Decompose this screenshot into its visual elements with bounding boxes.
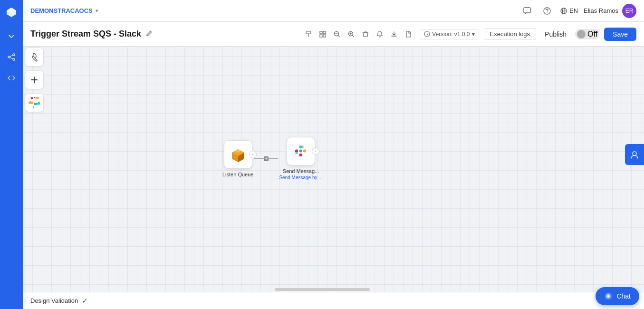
sidebar xyxy=(0,0,23,309)
svg-point-45 xyxy=(633,152,636,155)
svg-point-0 xyxy=(8,56,10,58)
toolbar-group-connectors xyxy=(302,28,415,41)
node-slack-label: Send Messag... xyxy=(283,168,319,174)
design-validation: Design Validation ✓ xyxy=(30,296,88,305)
svg-rect-37 xyxy=(299,150,302,153)
slack-btn[interactable] xyxy=(25,93,44,112)
toolbar-zoom-in-btn[interactable] xyxy=(345,28,358,41)
avatar: ER xyxy=(622,4,636,18)
node-slack-right-arrow[interactable]: › xyxy=(312,147,319,155)
language-label: EN xyxy=(569,7,578,14)
validation-check-icon: ✓ xyxy=(82,296,88,305)
version-selector[interactable]: Version: v1.0.0 ▾ xyxy=(420,29,479,39)
sidebar-nav-arrow[interactable] xyxy=(3,28,20,45)
workflow-title: Trigger Stream SQS - Slack xyxy=(30,29,141,39)
workflow-canvas: › Listen Queue xyxy=(23,47,644,309)
node-box-slack[interactable]: › xyxy=(287,137,315,165)
svg-point-7 xyxy=(547,12,547,13)
version-dropdown-icon: ▾ xyxy=(472,31,475,38)
node-slack-sublabel: Send Message by ... xyxy=(279,175,322,180)
publish-btn[interactable]: Publish xyxy=(541,29,570,40)
version-label: Version: v1.0.0 xyxy=(432,31,470,38)
language-selector[interactable]: EN xyxy=(560,7,578,15)
svg-rect-35 xyxy=(295,150,298,153)
brand-selector[interactable]: DEMONSTRACAOCS ▾ xyxy=(30,7,98,14)
user-name: Elias Ramos xyxy=(584,7,618,14)
sidebar-nav-workflow[interactable] xyxy=(3,48,20,66)
toolbar-zoom-out-btn[interactable] xyxy=(330,28,344,41)
svg-point-1 xyxy=(13,54,15,56)
svg-rect-41 xyxy=(302,145,304,148)
connector-1 xyxy=(254,156,278,161)
app-logo[interactable] xyxy=(4,5,19,20)
help-icon-btn[interactable] xyxy=(540,4,554,18)
connector-line-1 xyxy=(254,158,264,159)
svg-line-17 xyxy=(338,35,340,37)
design-validation-label: Design Validation xyxy=(30,297,78,304)
toolbar-notifications-btn[interactable] xyxy=(373,28,386,41)
toolbar-file-btn[interactable] xyxy=(402,28,415,41)
svg-line-3 xyxy=(10,55,13,57)
svg-rect-12 xyxy=(320,31,322,34)
node-box-sqs[interactable]: › xyxy=(224,140,252,169)
toolbar-grid-btn[interactable] xyxy=(316,28,329,41)
svg-point-44 xyxy=(608,296,609,297)
horizontal-scrollbar[interactable] xyxy=(275,288,370,291)
svg-rect-40 xyxy=(295,153,298,154)
svg-point-2 xyxy=(13,58,15,60)
user-menu[interactable]: Elias Ramos ER xyxy=(584,4,636,18)
svg-line-20 xyxy=(353,35,354,37)
svg-rect-15 xyxy=(323,35,326,37)
svg-point-6 xyxy=(544,8,550,14)
svg-rect-36 xyxy=(299,145,302,148)
save-btn[interactable]: Save xyxy=(604,28,636,41)
tools-panel-btn[interactable] xyxy=(25,48,44,67)
connector-line-2 xyxy=(269,158,278,159)
svg-rect-14 xyxy=(320,35,322,37)
svg-rect-13 xyxy=(323,31,326,34)
brand-dropdown-icon: ▾ xyxy=(96,8,98,13)
toggle-label: Off xyxy=(587,30,597,39)
chat-button[interactable]: Chat xyxy=(596,287,639,305)
execution-logs-btn[interactable]: Execution logs xyxy=(484,28,537,40)
top-header: DEMONSTRACAOCS ▾ EN Elias Ramos ER xyxy=(23,0,644,22)
add-node-btn[interactable] xyxy=(25,70,44,89)
right-chat-panel-btn[interactable] xyxy=(625,144,644,165)
workflow-area: › Listen Queue xyxy=(222,137,323,180)
node-listen-queue[interactable]: › Listen Queue xyxy=(222,140,253,177)
node-send-message[interactable]: › Send Messag... Send Message by ... xyxy=(279,137,322,180)
workflow-header: Trigger Stream SQS - Slack xyxy=(23,22,644,47)
brand-label: DEMONSTRACAOCS xyxy=(30,7,93,14)
svg-rect-5 xyxy=(524,8,530,13)
left-panel xyxy=(25,48,45,112)
status-bar: Design Validation ✓ xyxy=(23,292,644,309)
svg-line-4 xyxy=(10,58,13,59)
sidebar-nav-code[interactable] xyxy=(3,69,20,87)
svg-rect-39 xyxy=(299,154,302,156)
chat-icon-btn[interactable] xyxy=(520,4,534,18)
node-sqs-label: Listen Queue xyxy=(222,172,253,177)
svg-rect-38 xyxy=(303,150,306,153)
toolbar-pipe-btn[interactable] xyxy=(302,28,315,41)
connector-dot-1 xyxy=(264,156,269,161)
toolbar-delete-btn[interactable] xyxy=(359,28,372,41)
edit-title-icon[interactable] xyxy=(146,30,153,38)
chat-label: Chat xyxy=(616,292,631,300)
toolbar-download-btn[interactable] xyxy=(387,28,401,41)
active-toggle[interactable]: Off xyxy=(575,29,599,39)
node-sqs-right-arrow[interactable]: › xyxy=(249,151,257,158)
